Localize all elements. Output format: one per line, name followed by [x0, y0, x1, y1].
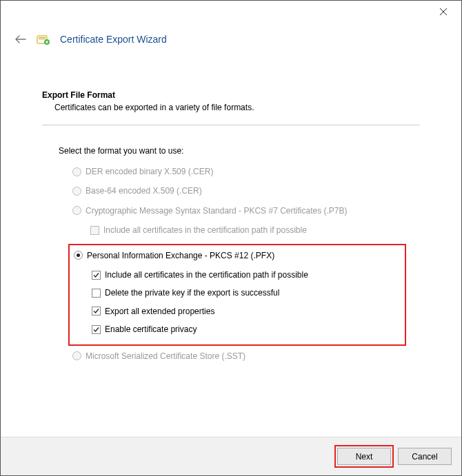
checkbox-icon — [90, 226, 99, 235]
format-options: DER encoded binary X.509 (.CER) Base-64 … — [72, 167, 420, 361]
checkbox-icon — [92, 271, 101, 280]
checkbox-icon — [92, 307, 101, 315]
back-arrow-icon[interactable] — [14, 33, 27, 45]
radio-icon — [72, 167, 81, 176]
format-prompt: Select the format you want to use: — [59, 146, 420, 156]
cancel-button[interactable]: Cancel — [398, 448, 452, 465]
wizard-window: Certificate Export Wizard Export File Fo… — [0, 0, 462, 476]
next-button[interactable]: Next — [337, 448, 391, 465]
checkbox-label: Include all certificates in the certific… — [103, 225, 307, 235]
check-p7b-include: Include all certificates in the certific… — [90, 225, 420, 235]
checkbox-label: Export all extended properties — [105, 307, 214, 316]
section-heading: Export File Format — [42, 90, 420, 100]
divider — [42, 125, 420, 125]
radio-icon — [72, 351, 81, 360]
radio-der: DER encoded binary X.509 (.CER) — [72, 167, 420, 176]
radio-p7b: Cryptographic Message Syntax Standard - … — [72, 206, 420, 216]
radio-label: Cryptographic Message Syntax Standard - … — [86, 206, 348, 216]
wizard-header: Certificate Export Wizard — [1, 23, 461, 63]
radio-icon — [74, 251, 83, 260]
radio-sst: Microsoft Serialized Certificate Store (… — [72, 351, 420, 361]
radio-label: DER encoded binary X.509 (.CER) — [86, 167, 213, 176]
radio-icon — [72, 187, 81, 196]
wizard-content: Export File Format Certificates can be e… — [1, 63, 461, 437]
svg-rect-2 — [39, 39, 46, 39]
checkbox-icon — [92, 325, 101, 334]
check-pfx-extended[interactable]: Export all extended properties — [92, 307, 401, 316]
check-pfx-delete[interactable]: Delete the private key if the export is … — [92, 288, 401, 298]
check-pfx-include[interactable]: Include all certificates in the certific… — [92, 270, 401, 280]
wizard-footer: Next Cancel — [1, 437, 461, 475]
radio-label: Personal Information Exchange - PKCS #12… — [87, 251, 274, 260]
check-pfx-privacy[interactable]: Enable certificate privacy — [92, 324, 401, 334]
close-button[interactable] — [432, 3, 454, 20]
section-subtext: Certificates can be exported in a variet… — [42, 103, 420, 112]
titlebar — [1, 1, 461, 23]
checkbox-label: Include all certificates in the certific… — [105, 270, 308, 280]
certificate-export-icon — [37, 32, 50, 46]
radio-label: Microsoft Serialized Certificate Store (… — [86, 351, 245, 361]
radio-label: Base-64 encoded X.509 (.CER) — [86, 186, 202, 196]
svg-rect-1 — [39, 37, 46, 38]
radio-pfx[interactable]: Personal Information Exchange - PKCS #12… — [74, 251, 401, 260]
pfx-highlight: Personal Information Exchange - PKCS #12… — [68, 244, 406, 346]
checkbox-label: Enable certificate privacy — [105, 324, 197, 334]
checkbox-label: Delete the private key if the export is … — [105, 288, 279, 298]
checkbox-icon — [92, 289, 101, 298]
radio-icon — [72, 206, 81, 215]
wizard-title: Certificate Export Wizard — [60, 34, 167, 45]
radio-base64: Base-64 encoded X.509 (.CER) — [72, 186, 420, 196]
